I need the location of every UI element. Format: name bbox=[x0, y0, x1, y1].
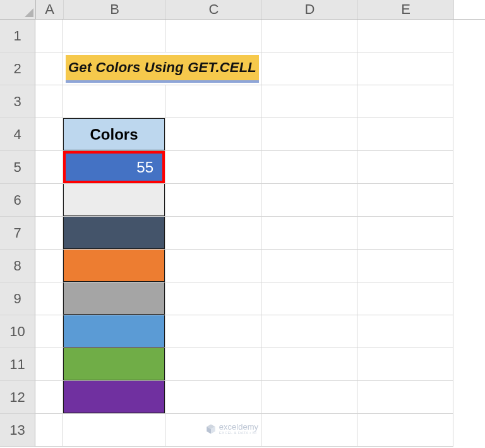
cell-e8[interactable] bbox=[357, 250, 453, 282]
cell-a8[interactable] bbox=[35, 250, 63, 282]
cell-c10[interactable] bbox=[165, 315, 261, 348]
cell-b6[interactable] bbox=[63, 184, 165, 217]
cell-a3[interactable] bbox=[35, 85, 63, 118]
cell-b10[interactable] bbox=[63, 315, 165, 348]
row-header-7[interactable]: 7 bbox=[0, 217, 35, 250]
watermark-tagline: EXCEL & DATA • BI bbox=[219, 431, 258, 435]
row-header-12[interactable]: 12 bbox=[0, 381, 35, 414]
cell-e3[interactable] bbox=[357, 85, 453, 118]
cell-c8[interactable] bbox=[165, 250, 261, 282]
cell-e4[interactable] bbox=[357, 118, 453, 151]
swatch-lgray bbox=[63, 184, 165, 216]
cell-c1[interactable] bbox=[165, 20, 261, 52]
swatch-navy bbox=[63, 217, 165, 249]
cell-e2[interactable] bbox=[357, 52, 453, 85]
row-header-3[interactable]: 3 bbox=[0, 85, 35, 118]
row-header-5[interactable]: 5 bbox=[0, 151, 35, 184]
cell-b11[interactable] bbox=[63, 348, 165, 381]
cell-c13[interactable]: exceldemy EXCEL & DATA • BI bbox=[165, 414, 261, 447]
cell-a9[interactable] bbox=[35, 282, 63, 315]
cell-a10[interactable] bbox=[35, 315, 63, 348]
cell-e7[interactable] bbox=[357, 217, 453, 250]
cell-a6[interactable] bbox=[35, 184, 63, 217]
row-header-6[interactable]: 6 bbox=[0, 184, 35, 217]
cell-d1[interactable] bbox=[261, 20, 357, 52]
selection-outline: 55 bbox=[63, 151, 165, 183]
cell-d10[interactable] bbox=[261, 315, 357, 348]
cell-d13[interactable] bbox=[261, 414, 357, 447]
watermark-brand: exceldemy bbox=[219, 423, 258, 431]
col-header-b[interactable]: B bbox=[64, 0, 166, 19]
row-header-10[interactable]: 10 bbox=[0, 315, 35, 348]
cell-a1[interactable] bbox=[35, 20, 63, 52]
cell-c4[interactable] bbox=[165, 118, 261, 151]
cell-d7[interactable] bbox=[261, 217, 357, 250]
cell-b13[interactable] bbox=[63, 414, 165, 447]
cell-e13[interactable] bbox=[357, 414, 453, 447]
cell-c9[interactable] bbox=[165, 282, 261, 315]
cell-a2[interactable] bbox=[35, 52, 63, 85]
swatch-purple bbox=[63, 381, 165, 413]
cell-a12[interactable] bbox=[35, 381, 63, 414]
row-header-9[interactable]: 9 bbox=[0, 282, 35, 315]
cell-a4[interactable] bbox=[35, 118, 63, 151]
cell-e5[interactable] bbox=[357, 151, 453, 184]
cell-e11[interactable] bbox=[357, 348, 453, 381]
cell-a5[interactable] bbox=[35, 151, 63, 184]
cell-a13[interactable] bbox=[35, 414, 63, 447]
cell-d9[interactable] bbox=[261, 282, 357, 315]
col-header-d[interactable]: D bbox=[262, 0, 358, 19]
cell-b12[interactable] bbox=[63, 381, 165, 414]
row-header-11[interactable]: 11 bbox=[0, 348, 35, 381]
cell-b8[interactable] bbox=[63, 250, 165, 282]
swatch-green bbox=[63, 348, 165, 380]
table-header-colors: Colors bbox=[63, 118, 165, 150]
row-header-2[interactable]: 2 bbox=[0, 52, 35, 85]
row-header-1[interactable]: 1 bbox=[0, 20, 35, 52]
cell-d5[interactable] bbox=[261, 151, 357, 184]
cell-e6[interactable] bbox=[357, 184, 453, 217]
cell-b5-value: 55 bbox=[136, 159, 153, 176]
cell-a11[interactable] bbox=[35, 348, 63, 381]
row-header-13[interactable]: 13 bbox=[0, 414, 35, 447]
cell-c5[interactable] bbox=[165, 151, 261, 184]
cell-e1[interactable] bbox=[357, 20, 453, 52]
cell-b1[interactable] bbox=[63, 20, 165, 52]
cell-c2[interactable] bbox=[165, 52, 261, 85]
cell-e10[interactable] bbox=[357, 315, 453, 348]
cell-d3[interactable] bbox=[261, 85, 357, 118]
select-all-triangle[interactable] bbox=[0, 0, 36, 19]
cell-c6[interactable] bbox=[165, 184, 261, 217]
column-header-row: A B C D E bbox=[0, 0, 485, 20]
cell-c7[interactable] bbox=[165, 217, 261, 250]
cell-b9[interactable] bbox=[63, 282, 165, 315]
cell-e9[interactable] bbox=[357, 282, 453, 315]
cube-icon bbox=[205, 423, 217, 435]
select-all-icon bbox=[24, 8, 34, 18]
col-header-c[interactable]: C bbox=[166, 0, 262, 19]
row-header-8[interactable]: 8 bbox=[0, 250, 35, 282]
watermark: exceldemy EXCEL & DATA • BI bbox=[205, 423, 258, 435]
cell-c12[interactable] bbox=[165, 381, 261, 414]
cell-b4[interactable]: Colors bbox=[63, 118, 165, 151]
cell-b7[interactable] bbox=[63, 217, 165, 250]
cell-c11[interactable] bbox=[165, 348, 261, 381]
swatch-skyblue bbox=[63, 315, 165, 348]
cell-d2[interactable] bbox=[261, 52, 357, 85]
cell-c3[interactable] bbox=[165, 85, 261, 118]
col-header-e[interactable]: E bbox=[358, 0, 454, 19]
cell-d11[interactable] bbox=[261, 348, 357, 381]
cell-d4[interactable] bbox=[261, 118, 357, 151]
swatch-orange bbox=[63, 250, 165, 282]
cell-d6[interactable] bbox=[261, 184, 357, 217]
cell-b2[interactable]: Get Colors Using GET.CELL bbox=[63, 52, 165, 85]
cell-b5[interactable]: 55 bbox=[63, 151, 165, 184]
swatch-gray bbox=[63, 282, 165, 315]
cell-e12[interactable] bbox=[357, 381, 453, 414]
row-header-4[interactable]: 4 bbox=[0, 118, 35, 151]
col-header-a[interactable]: A bbox=[36, 0, 64, 19]
cell-b3[interactable] bbox=[63, 85, 165, 118]
cell-a7[interactable] bbox=[35, 217, 63, 250]
cell-d8[interactable] bbox=[261, 250, 357, 282]
cell-d12[interactable] bbox=[261, 381, 357, 414]
